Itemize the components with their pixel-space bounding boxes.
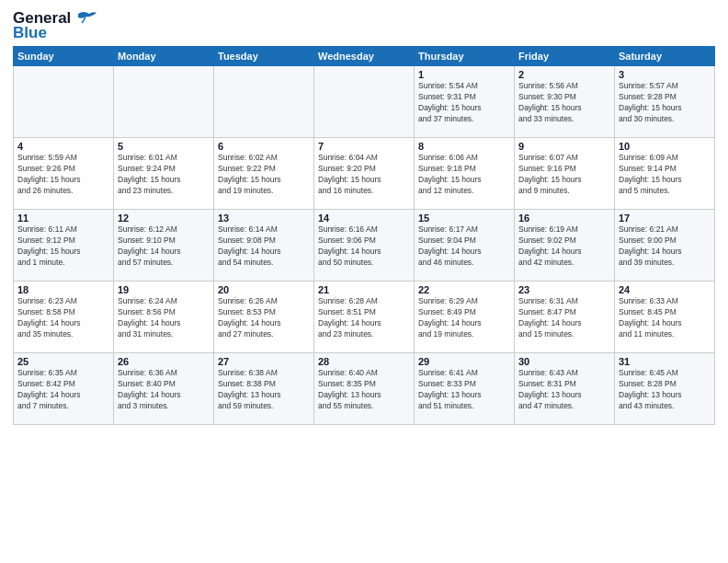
day-number: 16 (518, 213, 610, 224)
day-number: 7 (318, 141, 410, 152)
day-number: 28 (318, 356, 410, 367)
day-number: 12 (118, 213, 210, 224)
day-info: Sunrise: 6:28 AM Sunset: 8:51 PM Dayligh… (318, 296, 410, 340)
calendar-cell (14, 66, 114, 138)
day-number: 17 (619, 213, 711, 224)
calendar-header-tuesday: Tuesday (214, 47, 314, 66)
calendar-cell: 22Sunrise: 6:29 AM Sunset: 8:49 PM Dayli… (415, 282, 515, 353)
calendar-cell: 21Sunrise: 6:28 AM Sunset: 8:51 PM Dayli… (314, 282, 415, 353)
calendar-cell: 14Sunrise: 6:16 AM Sunset: 9:06 PM Dayli… (314, 210, 415, 282)
day-number: 24 (619, 284, 711, 295)
calendar-week-row: 25Sunrise: 6:35 AM Sunset: 8:42 PM Dayli… (14, 353, 715, 425)
calendar-cell: 3Sunrise: 5:57 AM Sunset: 9:28 PM Daylig… (615, 66, 715, 138)
day-number: 30 (518, 356, 610, 367)
day-number: 19 (118, 284, 210, 295)
day-number: 2 (518, 69, 610, 80)
day-info: Sunrise: 6:14 AM Sunset: 9:08 PM Dayligh… (218, 224, 310, 269)
day-number: 27 (218, 356, 310, 367)
calendar-cell: 28Sunrise: 6:40 AM Sunset: 8:35 PM Dayli… (314, 353, 415, 425)
calendar-cell (214, 66, 314, 138)
calendar-cell: 2Sunrise: 5:56 AM Sunset: 9:30 PM Daylig… (515, 66, 615, 138)
calendar-cell: 23Sunrise: 6:31 AM Sunset: 8:47 PM Dayli… (515, 282, 615, 353)
day-number: 29 (418, 356, 510, 367)
day-number: 25 (17, 356, 109, 367)
day-number: 10 (619, 141, 711, 152)
day-number: 14 (318, 213, 410, 224)
day-info: Sunrise: 5:54 AM Sunset: 9:31 PM Dayligh… (418, 81, 510, 125)
calendar-cell: 26Sunrise: 6:36 AM Sunset: 8:40 PM Dayli… (114, 353, 214, 425)
day-info: Sunrise: 6:38 AM Sunset: 8:38 PM Dayligh… (218, 368, 310, 412)
day-number: 9 (518, 141, 610, 152)
day-info: Sunrise: 6:21 AM Sunset: 9:00 PM Dayligh… (619, 224, 711, 269)
calendar-cell: 5Sunrise: 6:01 AM Sunset: 9:24 PM Daylig… (114, 138, 214, 210)
day-number: 8 (418, 141, 510, 152)
day-number: 5 (118, 141, 210, 152)
calendar-cell: 27Sunrise: 6:38 AM Sunset: 8:38 PM Dayli… (214, 353, 314, 425)
day-number: 23 (518, 284, 610, 295)
day-info: Sunrise: 6:16 AM Sunset: 9:06 PM Dayligh… (318, 224, 410, 269)
day-info: Sunrise: 6:11 AM Sunset: 9:12 PM Dayligh… (17, 224, 109, 269)
calendar-week-row: 11Sunrise: 6:11 AM Sunset: 9:12 PM Dayli… (14, 210, 715, 282)
logo: General Blue (13, 9, 97, 42)
calendar-cell: 29Sunrise: 6:41 AM Sunset: 8:33 PM Dayli… (415, 353, 515, 425)
header: General Blue (13, 9, 715, 42)
day-info: Sunrise: 6:19 AM Sunset: 9:02 PM Dayligh… (518, 224, 610, 269)
day-info: Sunrise: 5:56 AM Sunset: 9:30 PM Dayligh… (518, 81, 610, 125)
calendar-cell: 4Sunrise: 5:59 AM Sunset: 9:26 PM Daylig… (14, 138, 114, 210)
logo-blue-text: Blue (13, 24, 47, 42)
logo-bird-icon (74, 10, 97, 27)
day-number: 13 (218, 213, 310, 224)
day-info: Sunrise: 6:17 AM Sunset: 9:04 PM Dayligh… (418, 224, 510, 269)
calendar-header-saturday: Saturday (615, 47, 715, 66)
day-info: Sunrise: 6:04 AM Sunset: 9:20 PM Dayligh… (318, 153, 410, 197)
day-number: 20 (218, 284, 310, 295)
day-info: Sunrise: 6:43 AM Sunset: 8:31 PM Dayligh… (518, 368, 610, 412)
calendar-table: SundayMondayTuesdayWednesdayThursdayFrid… (13, 46, 715, 425)
calendar-week-row: 18Sunrise: 6:23 AM Sunset: 8:58 PM Dayli… (14, 282, 715, 353)
calendar-cell: 30Sunrise: 6:43 AM Sunset: 8:31 PM Dayli… (515, 353, 615, 425)
day-info: Sunrise: 6:12 AM Sunset: 9:10 PM Dayligh… (118, 224, 210, 269)
day-info: Sunrise: 5:57 AM Sunset: 9:28 PM Dayligh… (619, 81, 711, 125)
calendar-header-thursday: Thursday (415, 47, 515, 66)
calendar-cell: 19Sunrise: 6:24 AM Sunset: 8:56 PM Dayli… (114, 282, 214, 353)
day-info: Sunrise: 6:29 AM Sunset: 8:49 PM Dayligh… (418, 296, 510, 340)
day-info: Sunrise: 6:24 AM Sunset: 8:56 PM Dayligh… (118, 296, 210, 340)
day-info: Sunrise: 6:41 AM Sunset: 8:33 PM Dayligh… (418, 368, 510, 412)
day-number: 11 (17, 213, 109, 224)
calendar-cell: 11Sunrise: 6:11 AM Sunset: 9:12 PM Dayli… (14, 210, 114, 282)
calendar-cell: 6Sunrise: 6:02 AM Sunset: 9:22 PM Daylig… (214, 138, 314, 210)
day-info: Sunrise: 6:07 AM Sunset: 9:16 PM Dayligh… (518, 153, 610, 197)
day-number: 6 (218, 141, 310, 152)
day-info: Sunrise: 6:26 AM Sunset: 8:53 PM Dayligh… (218, 296, 310, 340)
day-info: Sunrise: 5:59 AM Sunset: 9:26 PM Dayligh… (17, 153, 109, 197)
day-info: Sunrise: 6:31 AM Sunset: 8:47 PM Dayligh… (518, 296, 610, 340)
calendar-cell: 1Sunrise: 5:54 AM Sunset: 9:31 PM Daylig… (415, 66, 515, 138)
day-info: Sunrise: 6:35 AM Sunset: 8:42 PM Dayligh… (17, 368, 109, 412)
calendar-cell: 7Sunrise: 6:04 AM Sunset: 9:20 PM Daylig… (314, 138, 415, 210)
day-number: 15 (418, 213, 510, 224)
day-info: Sunrise: 6:09 AM Sunset: 9:14 PM Dayligh… (619, 153, 711, 197)
calendar-week-row: 4Sunrise: 5:59 AM Sunset: 9:26 PM Daylig… (14, 138, 715, 210)
calendar-cell: 9Sunrise: 6:07 AM Sunset: 9:16 PM Daylig… (515, 138, 615, 210)
day-info: Sunrise: 6:33 AM Sunset: 8:45 PM Dayligh… (619, 296, 711, 340)
calendar-cell: 24Sunrise: 6:33 AM Sunset: 8:45 PM Dayli… (615, 282, 715, 353)
calendar-header-sunday: Sunday (14, 47, 114, 66)
calendar-header-monday: Monday (114, 47, 214, 66)
day-number: 31 (619, 356, 711, 367)
calendar-header-row: SundayMondayTuesdayWednesdayThursdayFrid… (14, 47, 715, 66)
calendar-cell: 12Sunrise: 6:12 AM Sunset: 9:10 PM Dayli… (114, 210, 214, 282)
calendar-cell (314, 66, 415, 138)
calendar-cell: 31Sunrise: 6:45 AM Sunset: 8:28 PM Dayli… (615, 353, 715, 425)
page-container: General Blue SundayMondayTuesdayWednesda… (0, 0, 728, 431)
calendar-cell: 15Sunrise: 6:17 AM Sunset: 9:04 PM Dayli… (415, 210, 515, 282)
day-info: Sunrise: 6:45 AM Sunset: 8:28 PM Dayligh… (619, 368, 711, 412)
day-info: Sunrise: 6:02 AM Sunset: 9:22 PM Dayligh… (218, 153, 310, 197)
day-number: 26 (118, 356, 210, 367)
day-info: Sunrise: 6:06 AM Sunset: 9:18 PM Dayligh… (418, 153, 510, 197)
calendar-cell (114, 66, 214, 138)
day-number: 3 (619, 69, 711, 80)
day-info: Sunrise: 6:01 AM Sunset: 9:24 PM Dayligh… (118, 153, 210, 197)
day-number: 1 (418, 69, 510, 80)
day-number: 18 (17, 284, 109, 295)
day-info: Sunrise: 6:36 AM Sunset: 8:40 PM Dayligh… (118, 368, 210, 412)
